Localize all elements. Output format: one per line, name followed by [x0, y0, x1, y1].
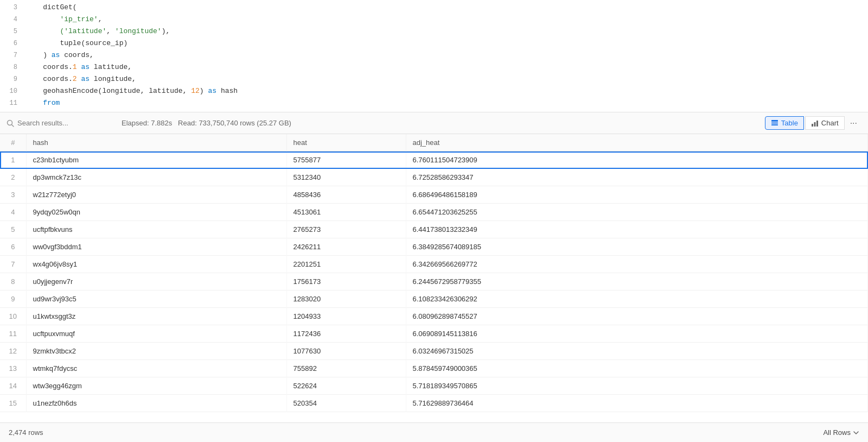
svg-rect-2 — [771, 120, 778, 122]
cell-row-number: 10 — [0, 308, 26, 325]
cell-heat: 1077630 — [286, 343, 406, 360]
cell-heat: 1204933 — [286, 308, 406, 325]
cell-hash: w21z772etyj0 — [26, 186, 286, 204]
cell-adj-heat: 5.878459749000365 — [406, 360, 868, 377]
cell-hash: 9zmktv3tbcx2 — [26, 343, 286, 360]
code-content: coords.2 as longitude, — [26, 74, 868, 85]
cell-adj-heat: 6.3849285674089185 — [406, 238, 868, 256]
table-row[interactable]: 14wtw3egg46zgm5226245.718189349570865 — [0, 377, 868, 395]
cell-row-number: 4 — [0, 204, 26, 221]
cell-heat: 2426211 — [286, 238, 406, 256]
cell-row-number: 13 — [0, 360, 26, 377]
cell-adj-heat: 6.654471203625255 — [406, 204, 868, 221]
code-line: 5 ('latitude', 'longitude'), — [0, 26, 868, 38]
cell-adj-heat: 6.108233426306292 — [406, 291, 868, 308]
line-number: 9 — [0, 74, 26, 85]
cell-hash: u1nezfz0h6ds — [26, 395, 286, 412]
cell-hash: 9ydqy025w0qn — [26, 204, 286, 221]
code-line: 8 coords.1 as latitude, — [0, 62, 868, 74]
table-row[interactable]: 11ucftpuxvmuqf11724366.069089145113816 — [0, 325, 868, 343]
table-row[interactable]: 13wtmkq7fdycsc7558925.878459749000365 — [0, 360, 868, 377]
cell-hash: wx4g06jv8sy1 — [26, 256, 286, 273]
table-row[interactable]: 1c23nb1ctyubm57558776.760111504723909 — [0, 151, 868, 169]
cell-row-number: 14 — [0, 377, 26, 395]
col-header-heat: heat — [286, 134, 406, 151]
line-number: 10 — [0, 86, 26, 97]
table-icon — [771, 119, 778, 127]
table-row[interactable]: 10u1kwtxsggt3z12049336.080962898745527 — [0, 308, 868, 325]
table-row[interactable]: 8u0yjjegenv7r17561736.2445672958779355 — [0, 273, 868, 291]
col-header-adj-heat: adj_heat — [406, 134, 868, 151]
cell-heat: 1172436 — [286, 325, 406, 343]
table-row[interactable]: 9ud9wr3vj93c512830206.108233426306292 — [0, 291, 868, 308]
search-icon — [7, 119, 14, 127]
table-row[interactable]: 15u1nezfz0h6ds5203545.71629889736464 — [0, 395, 868, 412]
line-number: 7 — [0, 50, 26, 61]
chart-icon — [811, 119, 819, 127]
search-input[interactable] — [17, 119, 104, 127]
table-row[interactable]: 2dp3wmck7z13c53123406.72528586293347 — [0, 169, 868, 186]
code-content: geohashEncode(longitude, latitude, 12) a… — [26, 86, 868, 97]
table-row[interactable]: 7wx4g06jv8sy122012516.342669566269772 — [0, 256, 868, 273]
cell-row-number: 7 — [0, 256, 26, 273]
code-line: 7 ) as coords, — [0, 50, 868, 62]
cell-adj-heat: 6.686496486158189 — [406, 186, 868, 204]
cell-row-number: 12 — [0, 343, 26, 360]
cell-adj-heat: 6.441738013232349 — [406, 221, 868, 238]
cell-row-number: 8 — [0, 273, 26, 291]
line-number: 3 — [0, 3, 26, 13]
table-body: 1c23nb1ctyubm57558776.7601115047239092dp… — [0, 151, 868, 412]
cell-heat: 2201251 — [286, 256, 406, 273]
code-line: 10 geohashEncode(longitude, latitude, 12… — [0, 86, 868, 98]
view-toggle: Table Chart ··· — [765, 116, 861, 130]
svg-rect-4 — [771, 124, 778, 125]
code-content: ) as coords, — [26, 50, 868, 61]
code-line: 3 dictGet( — [0, 2, 868, 14]
more-options-button[interactable]: ··· — [846, 116, 861, 130]
line-number: 8 — [0, 62, 26, 73]
cell-adj-heat: 6.03246967315025 — [406, 343, 868, 360]
table-row[interactable]: 5ucftpfbkvuns27652736.441738013232349 — [0, 221, 868, 238]
table-row[interactable]: 49ydqy025w0qn45130616.654471203625255 — [0, 204, 868, 221]
cell-hash: u1kwtxsggt3z — [26, 308, 286, 325]
code-content: 'ip_trie', — [26, 14, 868, 26]
code-content: from — [26, 98, 868, 109]
cell-hash: dp3wmck7z13c — [26, 169, 286, 186]
cell-heat: 4858436 — [286, 186, 406, 204]
footer: 2,474 rows All Rows — [0, 422, 868, 426]
table-header: # hash heat adj_heat — [0, 134, 868, 151]
table-row[interactable]: 6ww0vgf3bddm124262116.3849285674089185 — [0, 238, 868, 256]
code-line: 6 tuple(source_ip) — [0, 38, 868, 50]
line-number: 6 — [0, 39, 26, 49]
cell-hash: ucftpuxvmuqf — [26, 325, 286, 343]
cell-row-number: 3 — [0, 186, 26, 204]
cell-hash: wtmkq7fdycsc — [26, 360, 286, 377]
cell-heat: 2765273 — [286, 221, 406, 238]
code-line: 11 from — [0, 98, 868, 110]
svg-rect-5 — [812, 124, 813, 127]
search-input-wrap[interactable] — [7, 119, 115, 127]
svg-line-1 — [12, 124, 14, 127]
cell-row-number: 5 — [0, 221, 26, 238]
cell-heat: 522624 — [286, 377, 406, 395]
chart-view-button[interactable]: Chart — [805, 116, 845, 130]
code-content: tuple(source_ip) — [26, 38, 868, 49]
cell-adj-heat: 6.760111504723909 — [406, 151, 868, 169]
cell-hash: ucftpfbkvuns — [26, 221, 286, 238]
table-view-button[interactable]: Table — [765, 116, 804, 130]
cell-heat: 1756173 — [286, 273, 406, 291]
cell-heat: 520354 — [286, 395, 406, 412]
svg-rect-3 — [771, 122, 778, 123]
cell-hash: ww0vgf3bddm1 — [26, 238, 286, 256]
code-content: dictGet( — [26, 2, 868, 14]
cell-row-number: 9 — [0, 291, 26, 308]
table-row[interactable]: 129zmktv3tbcx210776306.03246967315025 — [0, 343, 868, 360]
elapsed-text: Elapsed: 7.882s Read: 733,750,740 rows (… — [122, 119, 758, 127]
col-header-num: # — [0, 134, 26, 151]
cell-adj-heat: 5.71629889736464 — [406, 395, 868, 412]
cell-row-number: 11 — [0, 325, 26, 343]
table-row[interactable]: 3w21z772etyj048584366.686496486158189 — [0, 186, 868, 204]
svg-rect-6 — [814, 122, 815, 127]
cell-hash: u0yjjegenv7r — [26, 273, 286, 291]
code-line: 4 'ip_trie', — [0, 14, 868, 26]
